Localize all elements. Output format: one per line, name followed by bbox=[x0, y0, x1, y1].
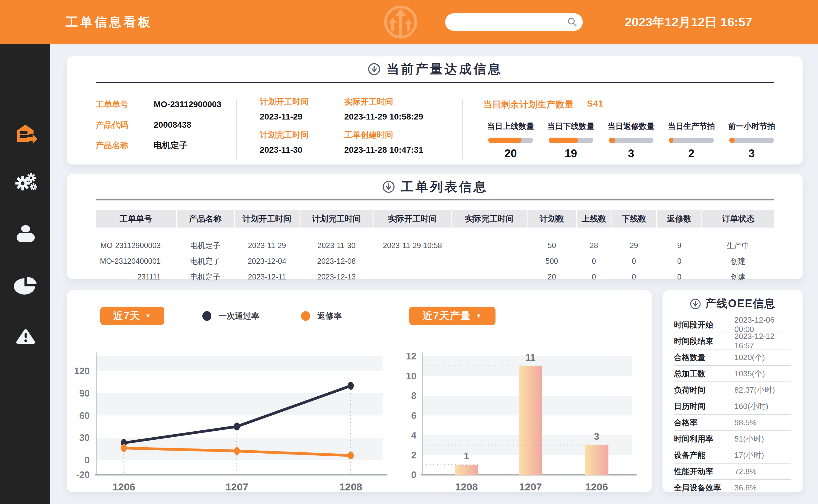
table-cell: 231111 bbox=[96, 269, 176, 285]
legend-dot-icon bbox=[301, 311, 310, 321]
oee-label: 时间利用率 bbox=[674, 434, 734, 444]
table-cell: 电机定子 bbox=[176, 269, 234, 285]
svg-text:1208: 1208 bbox=[455, 481, 478, 492]
svg-text:30: 30 bbox=[79, 432, 90, 443]
search-icon[interactable] bbox=[567, 17, 577, 27]
oee-label: 全局设备效率 bbox=[674, 483, 734, 493]
column-header: 计划开工时间 bbox=[234, 210, 300, 228]
section-title-text: 当前产量达成信息 bbox=[386, 61, 503, 78]
remaining-plan-value: S41 bbox=[587, 99, 604, 111]
info-field: 产品名称电机定子 bbox=[96, 139, 221, 152]
sidebar-item-gears-icon[interactable] bbox=[14, 171, 38, 193]
column-header: 产品名称 bbox=[176, 210, 234, 228]
info-field-label: 产品代码 bbox=[96, 120, 154, 130]
daily-metric: 当日下线数量19 bbox=[544, 121, 599, 160]
order-list-card: 工单列表信息 工单单号产品名称计划开工时间计划完工时间实际开工时间实际完工时间计… bbox=[67, 174, 803, 279]
metric-label: 当日生产节拍 bbox=[668, 121, 715, 132]
production-range-label: 近7天产量 bbox=[423, 309, 471, 323]
oee-value: 82.37(小时) bbox=[734, 385, 775, 395]
oee-label: 时间段开始 bbox=[674, 320, 734, 330]
time-field: 计划完工时间2023-11-30 bbox=[260, 129, 344, 155]
section-title-text: 工单列表信息 bbox=[401, 178, 488, 195]
table-cell: 电机定子 bbox=[176, 253, 234, 269]
app-header: 工单信息看板 2023年12月12日 16:57 bbox=[0, 0, 818, 44]
oee-value: 160(小时) bbox=[734, 401, 768, 412]
time-field-label: 计划完工时间 bbox=[260, 129, 344, 140]
column-header: 订单状态 bbox=[702, 210, 774, 228]
oee-row: 合格数量1020(个) bbox=[674, 349, 791, 366]
oee-value: 1020(个) bbox=[734, 352, 765, 363]
charts-card: 近7天 ▼ 一次通过率返修率 近7天产量 ▼ -2003060901201206… bbox=[67, 290, 652, 492]
svg-text:90: 90 bbox=[79, 388, 90, 399]
svg-text:12: 12 bbox=[406, 351, 417, 362]
order-table-body: MO-23112900003电机定子2023-11-292023-11-3020… bbox=[96, 228, 774, 285]
metric-value: 2 bbox=[688, 147, 695, 160]
legend-label: 返修率 bbox=[317, 311, 342, 321]
svg-text:8: 8 bbox=[411, 391, 417, 401]
metric-progress-track bbox=[669, 138, 714, 143]
table-cell: 2023-12-11 bbox=[234, 269, 300, 285]
production-range-button[interactable]: 近7天产量 ▼ bbox=[409, 307, 496, 325]
svg-text:3: 3 bbox=[594, 431, 599, 442]
table-cell: MO-23112900003 bbox=[96, 228, 176, 253]
oee-label: 合格数量 bbox=[674, 352, 734, 363]
legend-dot-icon bbox=[202, 311, 211, 321]
metric-label: 当日返修数量 bbox=[608, 121, 655, 132]
title-rule bbox=[96, 82, 774, 83]
table-cell bbox=[452, 228, 527, 253]
section-title: 当前产量达成信息 bbox=[67, 61, 803, 78]
sidebar-nav bbox=[0, 44, 50, 504]
metric-progress-fill bbox=[729, 138, 735, 143]
title-rule bbox=[96, 199, 774, 200]
svg-text:-20: -20 bbox=[76, 470, 90, 480]
remaining-plan: 当日剩余计划生产数量 S41 bbox=[483, 99, 604, 111]
svg-text:0: 0 bbox=[411, 470, 417, 480]
metric-progress-fill bbox=[669, 138, 673, 143]
oee-row: 日历时间160(小时) bbox=[674, 398, 791, 415]
table-cell: 2023-11-30 bbox=[300, 228, 373, 253]
sidebar-item-pie-chart-icon[interactable] bbox=[14, 274, 38, 296]
metric-progress-fill bbox=[609, 138, 615, 143]
table-cell: 电机定子 bbox=[176, 228, 234, 253]
oee-row: 合格率98.5% bbox=[674, 415, 791, 431]
sidebar-item-user-icon[interactable] bbox=[14, 223, 38, 245]
oee-value: 98.5% bbox=[734, 418, 757, 427]
time-field-label: 工单创建时间 bbox=[344, 129, 474, 140]
search-input[interactable] bbox=[452, 13, 561, 31]
oee-value: 2023-12-06 00:00 bbox=[734, 315, 791, 334]
oee-row: 负荷时间82.37(小时) bbox=[674, 382, 791, 398]
oee-value: 2023-12-12 16:57 bbox=[734, 332, 791, 350]
table-cell bbox=[373, 269, 452, 285]
table-row: MO-23112900003电机定子2023-11-292023-11-3020… bbox=[96, 228, 774, 253]
daily-metric: 当日生产节拍2 bbox=[664, 121, 719, 160]
info-field-label: 产品名称 bbox=[96, 140, 154, 151]
table-cell: 创建 bbox=[702, 269, 774, 285]
production-chart-svg: 0246810121120811120731206 bbox=[397, 341, 644, 492]
trend-legend: 一次通过率返修率 bbox=[202, 307, 342, 325]
oee-row: 性能开动率72.8% bbox=[674, 464, 791, 480]
svg-text:11: 11 bbox=[526, 352, 536, 363]
oee-row: 设备产能17(小时) bbox=[674, 447, 791, 464]
svg-text:60: 60 bbox=[79, 410, 90, 421]
page-title: 工单信息看板 bbox=[65, 0, 152, 44]
metric-value: 3 bbox=[749, 147, 755, 160]
time-field-value: 2023-11-30 bbox=[260, 145, 344, 155]
metric-label: 前一小时节拍 bbox=[728, 121, 775, 132]
search-box bbox=[445, 13, 583, 31]
oee-value: 17(小时) bbox=[734, 450, 764, 461]
metric-progress-track bbox=[729, 138, 774, 143]
sidebar-item-work-order-icon[interactable] bbox=[14, 123, 38, 144]
logo-icon bbox=[381, 2, 420, 42]
trend-range-button[interactable]: 近7天 ▼ bbox=[100, 307, 164, 325]
oee-row: 总加工数1035(个) bbox=[674, 366, 791, 382]
table-cell: 0 bbox=[611, 253, 657, 269]
oee-label: 时间段结束 bbox=[674, 336, 734, 346]
sidebar-item-alert-icon[interactable] bbox=[14, 326, 38, 347]
section-title: 工单列表信息 bbox=[67, 178, 803, 195]
metrics-row: 当日上线数量20当日下线数量19当日返修数量3当日生产节拍2前一小时节拍3 bbox=[483, 121, 779, 160]
table-cell: 0 bbox=[611, 269, 657, 285]
oee-value: 36.6% bbox=[734, 483, 757, 493]
table-row: 231111电机定子2023-12-112023-12-1320000创建 bbox=[96, 269, 774, 285]
section-arrow-icon bbox=[382, 180, 395, 194]
legend-item: 一次通过率 bbox=[202, 311, 259, 321]
